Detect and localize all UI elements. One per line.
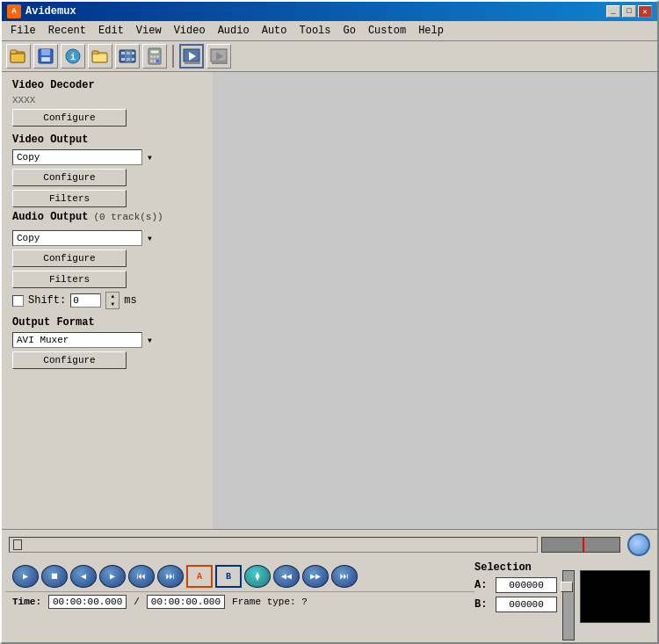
next-frame-button[interactable]: ▶: [99, 565, 126, 588]
output-format-select-wrapper: AVI Muxer MKV Muxer MP4 Muxer TS Muxer ▼: [12, 332, 157, 348]
current-time: 00:00:00.000: [48, 595, 127, 609]
video-preview-box: [580, 570, 650, 623]
stop-button[interactable]: ⏹: [41, 565, 68, 588]
window-title: Avidemux: [25, 5, 76, 18]
next-second-button[interactable]: ▶▶: [302, 565, 329, 588]
playback-controls: ▶ ⏹ ◀ ▶ ⏮ ⏭ A B ⧫: [5, 561, 474, 611]
audio-output-select[interactable]: Copy None MP3 AAC AC3: [12, 230, 157, 246]
menubar: File Recent Edit View Video Audio Auto T…: [2, 21, 657, 41]
close-button[interactable]: ✕: [638, 5, 652, 18]
mark-b-button[interactable]: B: [215, 565, 242, 588]
svg-rect-25: [154, 60, 156, 62]
menu-tools[interactable]: Tools: [294, 23, 337, 39]
menu-edit[interactable]: Edit: [93, 23, 129, 39]
menu-file[interactable]: File: [5, 23, 41, 39]
app-icon: A: [7, 4, 21, 18]
selection-a-row: A:: [474, 577, 557, 593]
mark-a-button[interactable]: A: [186, 565, 213, 588]
shift-checkbox[interactable]: [12, 295, 24, 307]
prev-frame-button[interactable]: ◀: [70, 565, 97, 588]
shift-row: Shift: ▲ ▼ ms: [12, 292, 202, 309]
shift-unit: ms: [124, 294, 136, 307]
audio-output-filters-button[interactable]: Filters: [12, 271, 127, 288]
maximize-button[interactable]: □: [622, 5, 636, 18]
volume-slider: [562, 570, 575, 640]
info-button[interactable]: i: [61, 44, 85, 69]
selection-b-label: B:: [474, 598, 492, 611]
menu-view[interactable]: View: [131, 23, 167, 39]
shift-down-button[interactable]: ▼: [106, 300, 119, 308]
menu-audio[interactable]: Audio: [213, 23, 255, 39]
film-button[interactable]: [115, 44, 140, 69]
video-decoder-value: XXXX: [12, 95, 202, 105]
timeline-track[interactable]: [9, 537, 538, 553]
audio-output-select-wrapper: Copy None MP3 AAC AC3 ▼: [12, 230, 157, 246]
svg-rect-10: [93, 54, 106, 62]
selection-a-label: A:: [474, 579, 492, 591]
svg-rect-23: [156, 55, 159, 58]
menu-go[interactable]: Go: [338, 23, 361, 39]
video-decoder-configure-button[interactable]: Configure: [12, 109, 127, 127]
shift-up-button[interactable]: ▲: [106, 293, 119, 300]
audio-output-configure-button[interactable]: Configure: [12, 250, 127, 267]
svg-rect-1: [11, 54, 25, 62]
left-panel: Video Decoder XXXX Configure Video Outpu…: [2, 72, 213, 529]
shift-spinner: ▲ ▼: [105, 292, 119, 309]
save-file-button[interactable]: [33, 44, 58, 69]
volume-slider-track[interactable]: [562, 570, 575, 640]
selection-a-input[interactable]: [496, 577, 557, 593]
svg-rect-32: [212, 62, 228, 64]
shift-input[interactable]: [70, 293, 101, 308]
toolbar-separator: [172, 45, 174, 68]
segment-button[interactable]: ⧫: [244, 565, 271, 588]
video-output-filters-button[interactable]: Filters: [12, 190, 127, 207]
main-content: Video Decoder XXXX Configure Video Outpu…: [2, 72, 657, 529]
encode-button[interactable]: [179, 44, 204, 69]
svg-rect-26: [156, 60, 159, 62]
svg-rect-29: [185, 62, 200, 64]
open-folder-button[interactable]: [88, 44, 112, 69]
stop-encode-button[interactable]: [206, 44, 231, 69]
minimize-button[interactable]: _: [606, 5, 620, 18]
menu-video[interactable]: Video: [169, 23, 211, 39]
loop-button[interactable]: [627, 533, 650, 556]
play-button[interactable]: ▶: [12, 565, 39, 588]
time-label: Time:: [12, 597, 41, 607]
output-format-configure-button[interactable]: Configure: [12, 351, 127, 369]
next-keyframe-button[interactable]: ⏭: [157, 565, 184, 588]
main-window: A Avidemux _ □ ✕ File Recent Edit View V…: [0, 0, 659, 644]
svg-rect-15: [121, 58, 125, 61]
svg-rect-20: [150, 50, 159, 54]
svg-rect-14: [132, 52, 134, 54]
menu-auto[interactable]: Auto: [257, 23, 293, 39]
open-file-button[interactable]: [6, 44, 31, 69]
video-output-select[interactable]: Copy None MPEG-4 AVC MPEG-4 ASP xvid4: [12, 149, 157, 165]
video-output-configure-button[interactable]: Configure: [12, 169, 127, 186]
menu-help[interactable]: Help: [413, 23, 449, 39]
prev-keyframe-button[interactable]: ⏮: [128, 565, 155, 588]
audio-output-label: Audio Output: [12, 211, 88, 223]
output-format-select[interactable]: AVI Muxer MKV Muxer MP4 Muxer TS Muxer: [12, 332, 157, 348]
svg-text:i: i: [70, 52, 76, 62]
toolbar: i: [2, 41, 657, 72]
prev-second-button[interactable]: ◀◀: [273, 565, 300, 588]
preview-minimap: [541, 537, 620, 553]
svg-rect-9: [92, 51, 98, 54]
title-bar-left: A Avidemux: [7, 4, 76, 18]
shift-label: Shift:: [28, 294, 66, 307]
svg-rect-22: [154, 55, 156, 58]
calculator-button[interactable]: [142, 44, 167, 69]
svg-rect-18: [125, 50, 132, 62]
menu-custom[interactable]: Custom: [363, 23, 411, 39]
timeline-thumb[interactable]: [13, 539, 22, 550]
volume-slider-thumb[interactable]: [561, 582, 573, 592]
title-bar: A Avidemux _ □ ✕: [2, 2, 657, 21]
svg-rect-5: [41, 57, 50, 62]
output-format-label: Output Format: [12, 316, 202, 329]
menu-recent[interactable]: Recent: [43, 23, 91, 39]
goto-end-button[interactable]: ⏭: [331, 565, 358, 588]
selection-b-input[interactable]: [496, 597, 557, 612]
timeline-row: [2, 530, 657, 560]
frame-type: Frame type: ?: [232, 597, 308, 607]
time-separator: /: [134, 597, 140, 607]
